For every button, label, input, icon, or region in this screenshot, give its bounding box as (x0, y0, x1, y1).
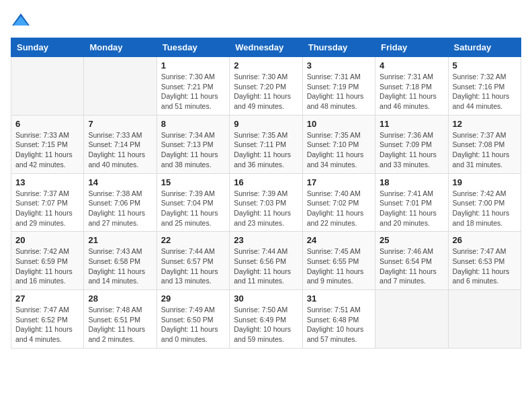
calendar-cell: 24Sunrise: 7:45 AM Sunset: 6:55 PM Dayli… (302, 232, 375, 290)
day-number: 4 (380, 60, 443, 71)
calendar-cell: 6Sunrise: 7:33 AM Sunset: 7:15 PM Daylig… (11, 115, 84, 173)
calendar-cell: 16Sunrise: 7:39 AM Sunset: 7:03 PM Dayli… (230, 173, 302, 232)
day-info: Sunrise: 7:32 AM Sunset: 7:16 PM Dayligh… (453, 72, 517, 111)
day-number: 31 (307, 293, 371, 304)
calendar-cell: 21Sunrise: 7:43 AM Sunset: 6:58 PM Dayli… (84, 232, 157, 290)
day-number: 29 (161, 293, 225, 304)
col-header-sunday: Sunday (11, 38, 84, 57)
day-info: Sunrise: 7:33 AM Sunset: 7:15 PM Dayligh… (15, 130, 79, 170)
day-number: 14 (88, 177, 152, 187)
day-info: Sunrise: 7:35 AM Sunset: 7:10 PM Dayligh… (307, 130, 371, 170)
day-number: 30 (234, 293, 298, 304)
day-info: Sunrise: 7:40 AM Sunset: 7:02 PM Dayligh… (307, 189, 371, 228)
day-number: 23 (234, 235, 298, 245)
calendar-week-2: 6Sunrise: 7:33 AM Sunset: 7:15 PM Daylig… (11, 115, 521, 173)
calendar-week-1: 1Sunrise: 7:30 AM Sunset: 7:21 PM Daylig… (11, 57, 521, 116)
day-number: 7 (88, 119, 152, 129)
day-info: Sunrise: 7:44 AM Sunset: 6:56 PM Dayligh… (234, 246, 298, 286)
day-info: Sunrise: 7:51 AM Sunset: 6:48 PM Dayligh… (307, 305, 371, 345)
calendar-cell: 13Sunrise: 7:37 AM Sunset: 7:07 PM Dayli… (11, 173, 84, 232)
day-info: Sunrise: 7:45 AM Sunset: 6:55 PM Dayligh… (307, 246, 371, 286)
logo (11, 11, 34, 31)
day-number: 2 (234, 60, 298, 71)
calendar-cell: 10Sunrise: 7:35 AM Sunset: 7:10 PM Dayli… (302, 115, 375, 173)
col-header-wednesday: Wednesday (230, 38, 302, 57)
calendar-cell: 31Sunrise: 7:51 AM Sunset: 6:48 PM Dayli… (302, 290, 375, 349)
day-number: 27 (15, 293, 79, 304)
day-number: 1 (161, 60, 225, 71)
day-info: Sunrise: 7:47 AM Sunset: 6:53 PM Dayligh… (453, 246, 517, 286)
day-number: 22 (161, 235, 225, 245)
col-header-tuesday: Tuesday (157, 38, 229, 57)
calendar-week-3: 13Sunrise: 7:37 AM Sunset: 7:07 PM Dayli… (11, 173, 521, 232)
day-info: Sunrise: 7:39 AM Sunset: 7:03 PM Dayligh… (234, 189, 298, 228)
calendar-cell: 4Sunrise: 7:31 AM Sunset: 7:18 PM Daylig… (375, 57, 448, 116)
day-info: Sunrise: 7:38 AM Sunset: 7:06 PM Dayligh… (88, 189, 152, 228)
day-number: 12 (453, 119, 517, 129)
calendar-week-4: 20Sunrise: 7:42 AM Sunset: 6:59 PM Dayli… (11, 232, 521, 290)
day-number: 6 (15, 119, 79, 129)
day-number: 8 (161, 119, 225, 129)
day-info: Sunrise: 7:46 AM Sunset: 6:54 PM Dayligh… (380, 246, 443, 286)
calendar-cell: 15Sunrise: 7:39 AM Sunset: 7:04 PM Dayli… (157, 173, 229, 232)
page-header (11, 11, 521, 31)
col-header-thursday: Thursday (302, 38, 375, 57)
calendar-cell: 9Sunrise: 7:35 AM Sunset: 7:11 PM Daylig… (230, 115, 302, 173)
day-info: Sunrise: 7:43 AM Sunset: 6:58 PM Dayligh… (88, 246, 152, 286)
day-number: 17 (307, 177, 371, 187)
calendar-cell (448, 290, 521, 349)
day-info: Sunrise: 7:37 AM Sunset: 7:07 PM Dayligh… (15, 189, 79, 228)
calendar-cell: 5Sunrise: 7:32 AM Sunset: 7:16 PM Daylig… (448, 57, 521, 116)
day-number: 5 (453, 60, 517, 71)
day-info: Sunrise: 7:30 AM Sunset: 7:20 PM Dayligh… (234, 72, 298, 111)
calendar-cell (11, 57, 84, 116)
col-header-saturday: Saturday (448, 38, 521, 57)
day-info: Sunrise: 7:42 AM Sunset: 7:00 PM Dayligh… (453, 189, 517, 228)
calendar-cell: 3Sunrise: 7:31 AM Sunset: 7:19 PM Daylig… (302, 57, 375, 116)
calendar-cell: 8Sunrise: 7:34 AM Sunset: 7:13 PM Daylig… (157, 115, 229, 173)
day-info: Sunrise: 7:37 AM Sunset: 7:08 PM Dayligh… (453, 130, 517, 170)
calendar-cell: 2Sunrise: 7:30 AM Sunset: 7:20 PM Daylig… (230, 57, 302, 116)
day-info: Sunrise: 7:48 AM Sunset: 6:51 PM Dayligh… (88, 305, 152, 345)
day-number: 13 (15, 177, 79, 187)
day-info: Sunrise: 7:31 AM Sunset: 7:18 PM Dayligh… (380, 72, 443, 111)
calendar-cell: 28Sunrise: 7:48 AM Sunset: 6:51 PM Dayli… (84, 290, 157, 349)
day-number: 11 (380, 119, 443, 129)
day-info: Sunrise: 7:36 AM Sunset: 7:09 PM Dayligh… (380, 130, 443, 170)
day-number: 24 (307, 235, 371, 245)
day-info: Sunrise: 7:42 AM Sunset: 6:59 PM Dayligh… (15, 246, 79, 286)
day-info: Sunrise: 7:47 AM Sunset: 6:52 PM Dayligh… (15, 305, 79, 345)
day-info: Sunrise: 7:35 AM Sunset: 7:11 PM Dayligh… (234, 130, 298, 170)
day-info: Sunrise: 7:33 AM Sunset: 7:14 PM Dayligh… (88, 130, 152, 170)
calendar-cell: 23Sunrise: 7:44 AM Sunset: 6:56 PM Dayli… (230, 232, 302, 290)
day-number: 16 (234, 177, 298, 187)
calendar-cell (84, 57, 157, 116)
day-number: 21 (88, 235, 152, 245)
day-info: Sunrise: 7:34 AM Sunset: 7:13 PM Dayligh… (161, 130, 225, 170)
calendar-cell: 14Sunrise: 7:38 AM Sunset: 7:06 PM Dayli… (84, 173, 157, 232)
calendar-week-5: 27Sunrise: 7:47 AM Sunset: 6:52 PM Dayli… (11, 290, 521, 349)
calendar-cell: 20Sunrise: 7:42 AM Sunset: 6:59 PM Dayli… (11, 232, 84, 290)
day-info: Sunrise: 7:30 AM Sunset: 7:21 PM Dayligh… (161, 72, 225, 111)
calendar-cell: 11Sunrise: 7:36 AM Sunset: 7:09 PM Dayli… (375, 115, 448, 173)
calendar-table: SundayMondayTuesdayWednesdayThursdayFrid… (11, 38, 521, 349)
calendar-cell: 29Sunrise: 7:49 AM Sunset: 6:50 PM Dayli… (157, 290, 229, 349)
day-number: 19 (453, 177, 517, 187)
calendar-cell (375, 290, 448, 349)
day-info: Sunrise: 7:39 AM Sunset: 7:04 PM Dayligh… (161, 189, 225, 228)
col-header-friday: Friday (375, 38, 448, 57)
calendar-header-row: SundayMondayTuesdayWednesdayThursdayFrid… (11, 38, 521, 57)
calendar-cell: 12Sunrise: 7:37 AM Sunset: 7:08 PM Dayli… (448, 115, 521, 173)
day-number: 3 (307, 60, 371, 71)
day-number: 18 (380, 177, 443, 187)
day-info: Sunrise: 7:41 AM Sunset: 7:01 PM Dayligh… (380, 189, 443, 228)
calendar-cell: 27Sunrise: 7:47 AM Sunset: 6:52 PM Dayli… (11, 290, 84, 349)
day-number: 10 (307, 119, 371, 129)
day-info: Sunrise: 7:49 AM Sunset: 6:50 PM Dayligh… (161, 305, 225, 345)
calendar-cell: 26Sunrise: 7:47 AM Sunset: 6:53 PM Dayli… (448, 232, 521, 290)
day-info: Sunrise: 7:44 AM Sunset: 6:57 PM Dayligh… (161, 246, 225, 286)
day-info: Sunrise: 7:50 AM Sunset: 6:49 PM Dayligh… (234, 305, 298, 345)
calendar-cell: 30Sunrise: 7:50 AM Sunset: 6:49 PM Dayli… (230, 290, 302, 349)
day-number: 20 (15, 235, 79, 245)
calendar-cell: 17Sunrise: 7:40 AM Sunset: 7:02 PM Dayli… (302, 173, 375, 232)
